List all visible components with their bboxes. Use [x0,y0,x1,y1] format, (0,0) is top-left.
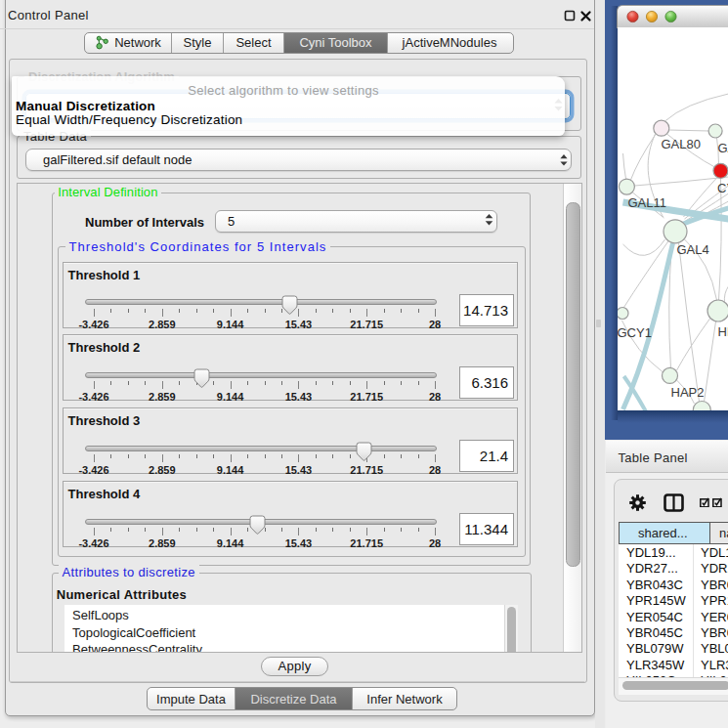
svg-text:GAL1: GAL1 [717,141,728,155]
svg-text:GAL4: GAL4 [676,242,708,257]
svg-text:GAL11: GAL11 [627,195,666,210]
svg-text:GAL80: GAL80 [661,137,700,151]
svg-text:CY: CY [717,181,728,195]
svg-text:HAP2: HAP2 [670,385,704,400]
svg-text:GCY1: GCY1 [618,325,652,340]
svg-text:HE: HE [717,324,728,339]
